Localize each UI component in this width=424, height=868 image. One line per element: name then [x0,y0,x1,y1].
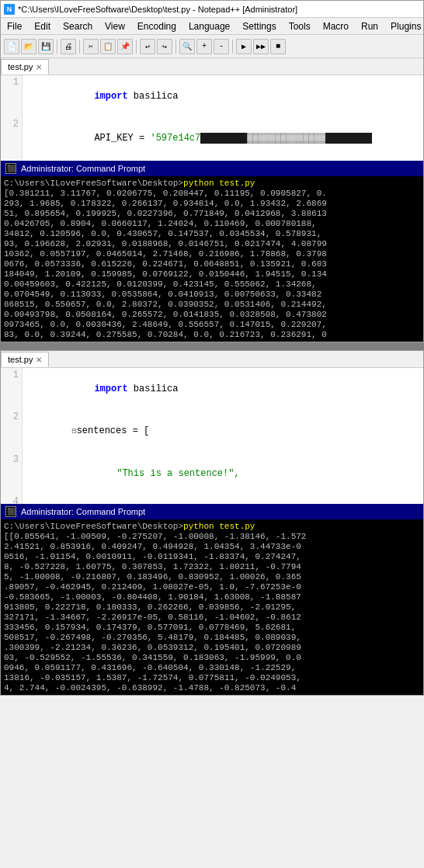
menu-run[interactable]: Run [355,18,384,34]
toolbar-undo[interactable]: ↩ [140,39,155,54]
tab-close-top[interactable]: ✕ [36,63,42,71]
toolbar-sep2 [79,40,80,54]
code-editor-top[interactable]: 1 import basilica 2 API_KEY = '597e14c7▓… [1,75,423,161]
toolbar-copy[interactable]: 📋 [100,39,116,54]
cmd-prompt-line-top: C:\Users\ILoveFreeSoftware\Desktop>pytho… [4,178,420,189]
notepad-window-bottom: test.py ✕ 1 import basilica 2 ⊟sentences… [0,350,424,696]
cmd-body-bottom: C:\Users\ILoveFreeSoftware\Desktop>pytho… [1,519,423,695]
bottom-num-1: 1 [1,368,23,410]
tab-label: test.py [8,62,33,71]
tab-test-py-bottom[interactable]: test.py ✕ [1,352,49,367]
menu-encoding[interactable]: Encoding [131,18,182,34]
toolbar-run2[interactable]: ▶▶ [253,39,269,54]
menu-view[interactable]: View [99,18,131,34]
cmd-title-label-top: Administrator: Command Prompt [21,163,145,174]
tab-label-bottom: test.py [8,355,33,364]
toolbar-find[interactable]: 🔍 [179,39,195,54]
menu-edit[interactable]: Edit [28,18,57,34]
bottom-num-4: 4 [1,495,23,504]
toolbar-sep1 [57,40,57,54]
cmd-icon-bottom: ⬛ [5,506,16,517]
toolbar-sep5 [232,40,233,54]
bottom-line-2: 2 ⊟sentences = [ [1,410,423,453]
toolbar-new[interactable]: 📄 [4,39,19,54]
line-content-1[interactable]: import basilica [23,75,423,117]
toolbar-print[interactable]: 🖨 [61,39,76,54]
cmd-command-bottom: python test.py [183,522,255,531]
cmd-window-bottom: ⬛ Administrator: Command Prompt C:\Users… [1,504,423,695]
menu-tools[interactable]: Tools [283,18,317,34]
bottom-num-3: 3 [1,453,23,495]
cmd-title-bottom: ⬛ Administrator: Command Prompt [1,504,423,519]
notepad-window-top: N *C:\Users\ILoveFreeSoftware\Desktop\te… [0,0,424,342]
toolbar-sep3 [136,40,137,54]
menu-plugins[interactable]: Plugins [384,18,424,34]
line-num-1: 1 [1,75,23,117]
toolbar-zoomout[interactable]: - [214,39,229,54]
cmd-title-label-bottom: Administrator: Command Prompt [21,506,145,517]
bottom-line-1: 1 import basilica [1,368,423,410]
cmd-command-top: python test.py [183,179,255,188]
cmd-prompt-text-top: C:\Users\ILoveFreeSoftware\Desktop> [4,179,183,188]
cmd-prompt-text-bottom: C:\Users\ILoveFreeSoftware\Desktop> [4,522,183,531]
bottom-content-4[interactable]: "This is a similar sentence!", [23,495,423,504]
menu-bar: File Edit Search View Encoding Language … [1,18,423,35]
toolbar-paste[interactable]: 📌 [117,39,133,54]
cmd-icon-top: ⬛ [5,163,16,174]
toolbar-cut[interactable]: ✂ [83,39,99,54]
line-num-2: 2 [1,117,23,159]
section-separator [0,342,424,350]
line-num-3: 3 [1,159,23,161]
tab-bar-top: test.py ✕ [1,58,423,75]
bottom-content-3[interactable]: "This is a sentence!", [23,453,423,495]
bottom-content-1[interactable]: import basilica [23,368,423,410]
cmd-title-top: ⬛ Administrator: Command Prompt [1,161,423,176]
tab-close-bottom[interactable]: ✕ [36,356,42,364]
cmd-output-bottom: [[0.855641, -1.00509, -0.275207, -1.0000… [4,532,420,693]
bottom-num-2: 2 [1,410,23,453]
menu-settings[interactable]: Settings [236,18,282,34]
tab-bar-bottom: test.py ✕ [1,351,423,368]
bottom-line-4: 4 "This is a similar sentence!", [1,495,423,504]
toolbar-zoomin[interactable]: + [196,39,212,54]
cmd-prompt-line-bottom: C:\Users\ILoveFreeSoftware\Desktop>pytho… [4,521,420,532]
menu-search[interactable]: Search [57,18,99,34]
title-bar: N *C:\Users\ILoveFreeSoftware\Desktop\te… [1,1,423,18]
line-content-3[interactable]: ⊟with basilica.Connection(API_KEY) as c: [23,159,423,161]
cmd-window-top: ⬛ Administrator: Command Prompt C:\Users… [1,161,423,342]
code-line-1: 1 import basilica [1,75,423,117]
toolbar-run[interactable]: ▶ [236,39,252,54]
bottom-line-3: 3 "This is a sentence!", [1,453,423,495]
bottom-content-2[interactable]: ⊟sentences = [ [23,410,423,453]
toolbar-save[interactable]: 💾 [38,39,54,54]
line-content-2[interactable]: API_KEY = '597e14c7▓▓▓▓▓▓▓▓▓▓▓▓▓▓ [23,117,423,159]
window-title: *C:\Users\ILoveFreeSoftware\Desktop\test… [18,5,297,14]
menu-macro[interactable]: Macro [317,18,355,34]
toolbar-redo[interactable]: ↪ [157,39,172,54]
code-editor-bottom[interactable]: 1 import basilica 2 ⊟sentences = [ 3 "Th… [1,368,423,504]
code-line-3: 3 ⊟with basilica.Connection(API_KEY) as … [1,159,423,161]
menu-language[interactable]: Language [182,18,236,34]
code-line-2: 2 API_KEY = '597e14c7▓▓▓▓▓▓▓▓▓▓▓▓▓▓ [1,117,423,159]
toolbar: 📄 📂 💾 🖨 ✂ 📋 📌 ↩ ↪ 🔍 + - ▶ ▶▶ ■ [1,35,423,58]
toolbar-open[interactable]: 📂 [21,39,36,54]
menu-file[interactable]: File [1,18,28,34]
cmd-output-top: [0.381211, 3.11767, 0.0206775, 0.208447,… [4,189,420,340]
app-icon: N [4,4,15,15]
toolbar-stop[interactable]: ■ [270,39,286,54]
cmd-body-top: C:\Users\ILoveFreeSoftware\Desktop>pytho… [1,176,423,342]
toolbar-sep4 [176,40,176,54]
tab-test-py-top[interactable]: test.py ✕ [1,59,49,75]
